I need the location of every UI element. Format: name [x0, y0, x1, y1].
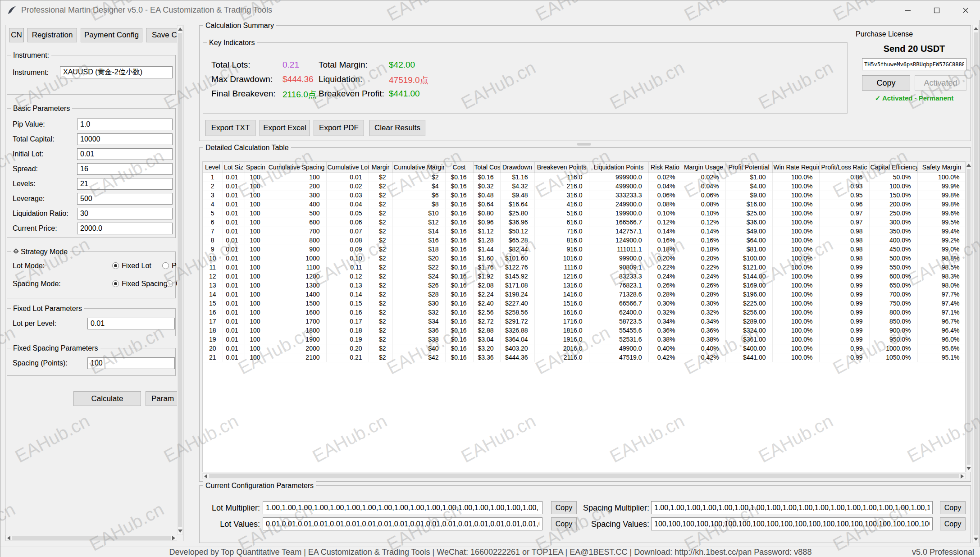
progressive-lot-radio[interactable] — [162, 262, 169, 269]
column-header[interactable]: Breakeven Points — [534, 162, 589, 173]
liquidation-ratio-input[interactable] — [77, 208, 173, 219]
spread-input[interactable] — [77, 163, 173, 175]
copy-lot-multiplier-button[interactable]: Copy — [551, 501, 577, 514]
column-header[interactable]: Capital Efficiency — [869, 162, 917, 173]
column-header[interactable]: Cumulative Spacing — [267, 162, 326, 173]
table-row[interactable]: 20.011002000.02$2$4$0.16$0.32$4.32216.04… — [203, 182, 966, 191]
table-row[interactable]: 180.0110018000.18$2$36$0.16$2.88$326.881… — [203, 326, 966, 335]
spacing-values-input[interactable] — [651, 517, 933, 530]
close-button[interactable] — [951, 0, 980, 20]
column-header[interactable]: Win Rate Require — [772, 162, 819, 173]
fixed-spacing-radio[interactable] — [112, 280, 119, 287]
param-button[interactable]: Param — [146, 391, 177, 406]
scroll-thumb[interactable] — [178, 33, 182, 527]
registration-button[interactable]: Registration — [27, 28, 77, 42]
column-header[interactable]: Cumulative Margin — [392, 162, 445, 173]
scroll-up-arrow[interactable] — [974, 27, 978, 30]
copy-spacing-multiplier-button[interactable]: Copy — [940, 501, 966, 514]
export-pdf-button[interactable]: Export PDF — [314, 120, 364, 136]
instrument-select[interactable] — [60, 66, 173, 78]
scroll-up-arrow[interactable] — [966, 164, 971, 167]
table-row[interactable]: 100.0110010000.10$2$20$0.16$1.60$101.601… — [203, 254, 966, 263]
scroll-down-arrow[interactable] — [966, 467, 971, 470]
scroll-thumb[interactable] — [967, 169, 971, 465]
payment-config-button[interactable]: Payment Config — [81, 28, 142, 42]
scroll-left-arrow[interactable] — [7, 536, 10, 540]
copy-spacing-values-button[interactable]: Copy — [940, 517, 966, 530]
table-row[interactable]: 200.0110020000.20$2$40$0.16$3.20$403.202… — [203, 344, 966, 353]
scroll-thumb[interactable] — [12, 536, 171, 540]
custom-spacing-radio[interactable] — [166, 280, 173, 287]
table-row[interactable]: 130.0110013000.13$2$26$0.16$2.08$171.081… — [203, 281, 966, 290]
calculate-button[interactable]: Calculate — [73, 391, 141, 406]
table-row[interactable]: 190.0110019000.19$2$38$0.16$3.04$364.041… — [203, 335, 966, 344]
table-row[interactable]: 170.0110017000.17$2$34$0.16$2.72$291.721… — [203, 317, 966, 326]
export-excel-button[interactable]: Export Excel — [260, 120, 310, 136]
spacing-multiplier-input[interactable] — [651, 501, 933, 514]
spacing-points-input[interactable] — [87, 357, 175, 369]
column-header[interactable]: Margir — [369, 162, 392, 173]
column-header[interactable]: Liquidation Points — [589, 162, 648, 173]
scroll-thumb[interactable] — [209, 474, 959, 478]
splitter-handle[interactable] — [577, 143, 591, 146]
scroll-right-arrow[interactable] — [961, 474, 964, 479]
table-vertical-scrollbar[interactable] — [966, 161, 971, 472]
current-price-input[interactable] — [77, 223, 173, 234]
column-header[interactable]: Spacin — [245, 162, 267, 173]
table-row[interactable]: 30.011003000.03$2$6$0.16$0.48$9.48316.03… — [203, 191, 966, 200]
copy-address-button[interactable]: Copy — [862, 75, 910, 91]
column-header[interactable]: Drawdown — [500, 162, 534, 173]
export-txt-button[interactable]: Export TXT — [205, 120, 255, 136]
scroll-down-arrow[interactable] — [178, 530, 182, 533]
table-row[interactable]: 10.011001000.01$2$2$0.16$0.16$1.16116.09… — [203, 173, 966, 182]
table-row[interactable]: 160.0110016000.16$2$32$0.16$2.56$258.561… — [203, 308, 966, 317]
table-row[interactable]: 140.0110014000.14$2$28$0.16$2.24$198.241… — [203, 290, 966, 299]
column-header[interactable]: Profit Potential — [725, 162, 772, 173]
column-header[interactable]: Risk Ratio — [648, 162, 682, 173]
lot-per-level-input[interactable] — [87, 318, 175, 329]
fixed-lot-radio[interactable] — [112, 262, 119, 269]
clear-results-button[interactable]: Clear Results — [369, 120, 425, 136]
column-header[interactable]: Cost — [445, 162, 473, 173]
total-capital-input[interactable] — [77, 133, 173, 145]
column-header[interactable]: Lot Siz — [223, 162, 245, 173]
column-header[interactable]: Safety Margin — [917, 162, 966, 173]
column-header[interactable]: Total Cos — [473, 162, 500, 173]
save-config-button[interactable]: Save Co — [146, 28, 177, 42]
initial-lot-input[interactable] — [77, 148, 173, 160]
scroll-right-arrow[interactable] — [172, 536, 175, 540]
left-panel-vertical-scrollbar[interactable] — [177, 25, 183, 535]
scroll-up-arrow[interactable] — [178, 27, 182, 31]
column-header[interactable]: Profit/Loss Ratic — [819, 162, 869, 173]
table-row[interactable]: 80.011008000.08$2$16$0.16$1.28$65.28816.… — [203, 236, 966, 245]
column-header[interactable]: Margin Usage — [682, 162, 725, 173]
wallet-address-input[interactable] — [862, 58, 966, 70]
table-row[interactable]: 70.011007000.07$2$14$0.16$1.12$50.12716.… — [203, 227, 966, 236]
column-header[interactable]: Cumulative Lots — [326, 162, 369, 173]
scroll-down-arrow[interactable] — [974, 538, 978, 541]
main-vertical-scrollbar[interactable] — [972, 25, 979, 543]
table-row[interactable]: 110.0110011000.11$2$22$0.16$1.76$122.761… — [203, 263, 966, 272]
scroll-left-arrow[interactable] — [204, 474, 207, 479]
scroll-thumb[interactable] — [974, 32, 978, 535]
levels-input[interactable] — [77, 178, 173, 190]
table-row[interactable]: 210.0110021000.21$2$42$0.16$3.36$444.362… — [203, 353, 966, 362]
table-row[interactable]: 40.011004000.04$2$8$0.16$0.64$16.64416.0… — [203, 200, 966, 209]
column-header[interactable]: Level — [203, 162, 223, 173]
activated-button[interactable]: Activated — [915, 75, 966, 91]
fixed-spacing-radio-label[interactable]: Fixed Spacing — [122, 280, 167, 288]
leverage-input[interactable] — [77, 193, 173, 205]
table-row[interactable]: 150.0110015000.15$2$30$0.16$2.40$227.401… — [203, 299, 966, 308]
copy-lot-values-button[interactable]: Copy — [551, 517, 577, 530]
left-panel-horizontal-scrollbar[interactable] — [5, 535, 177, 541]
lot-values-input[interactable] — [263, 517, 542, 530]
language-cn-button[interactable]: CN — [9, 28, 24, 42]
pip-value-input[interactable] — [77, 119, 173, 130]
table-row[interactable]: 90.011009000.09$2$18$0.16$1.44$82.44916.… — [203, 245, 966, 254]
table-row[interactable]: 60.011006000.06$2$12$0.16$0.96$36.96616.… — [203, 218, 966, 227]
progressive-lot-radio-label[interactable]: Progressive Lot — [172, 262, 177, 270]
maximize-button[interactable] — [922, 0, 951, 20]
table-row[interactable]: 120.0110012000.12$2$24$0.16$1.92$145.921… — [203, 272, 966, 281]
minimize-button[interactable] — [893, 0, 922, 20]
table-row[interactable]: 50.011005000.05$2$10$0.16$0.80$25.80516.… — [203, 209, 966, 218]
